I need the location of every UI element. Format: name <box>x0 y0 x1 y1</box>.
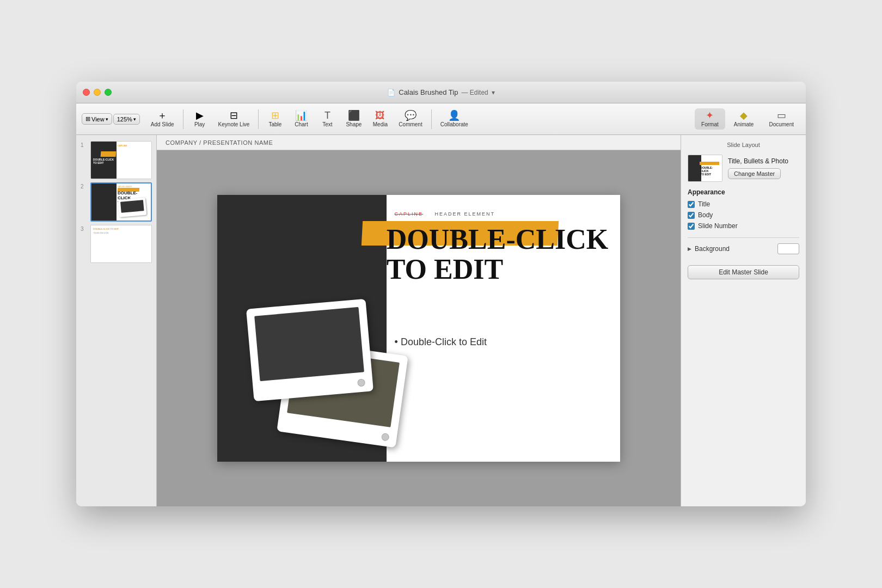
edit-master-button[interactable]: Edit Master Slide <box>688 265 799 279</box>
master-info: Title, Bullets & Photo Change Master <box>728 157 799 179</box>
zoom-value: 125% <box>117 116 132 122</box>
chart-icon: 📊 <box>295 111 307 120</box>
format-label: Format <box>701 121 719 127</box>
right-panel: Slide Layout DOUBLE-CLICKTO EDIT Title, … <box>681 135 806 506</box>
keynote-live-button[interactable]: ⊟ Keynote Live <box>214 108 254 130</box>
table-button[interactable]: ⊞ Table <box>263 108 287 130</box>
play-label: Play <box>194 121 205 127</box>
slide-item[interactable]: 1 DOUBLE-CLICKTO EDIT CAPLINE <box>76 139 156 181</box>
panel-section-title: Slide Layout <box>688 142 799 148</box>
add-slide-button[interactable]: ＋ Add Slide <box>146 108 179 130</box>
background-triangle-icon: ▶ <box>688 246 691 252</box>
master-preview: DOUBLE-CLICKTO EDIT Title, Bullets & Pho… <box>688 155 799 182</box>
slide-number-checkbox-label: Slide Number <box>698 222 738 230</box>
slide-title-line1: DOUBLE-CLICK <box>387 225 608 255</box>
chart-button[interactable]: 📊 Chart <box>289 108 313 130</box>
view-button[interactable]: ⊞ View ▾ <box>82 113 112 125</box>
comment-button[interactable]: 💬 Comment <box>394 108 426 130</box>
title-checkbox[interactable] <box>688 201 695 208</box>
slide-number: 1 <box>81 141 88 148</box>
breadcrumb: COMPANY / PRESENTATION NAME <box>157 135 681 150</box>
edited-label: — Edited <box>461 89 488 96</box>
animate-tab-button[interactable]: ◆ Animate <box>727 108 761 130</box>
slide-item[interactable]: 3 DOUBLE-CLICK TO EDIT • Double-Click to… <box>76 223 156 265</box>
add-slide-label: Add Slide <box>151 121 174 127</box>
fullscreen-button[interactable] <box>105 89 112 96</box>
master-thumbnail: DOUBLE-CLICKTO EDIT <box>688 155 722 182</box>
document-icon: ▭ <box>777 111 786 120</box>
table-icon: ⊞ <box>271 111 279 120</box>
collaborate-button[interactable]: 👤 Collaborate <box>436 108 473 130</box>
slide-header-element: HEADER ELEMENT <box>435 211 495 217</box>
view-chevron-icon: ▾ <box>106 117 108 122</box>
zoom-button[interactable]: 125% ▾ <box>113 114 140 125</box>
view-label: View <box>91 116 105 122</box>
master-name: Title, Bullets & Photo <box>728 157 799 165</box>
photo-inner-1 <box>254 307 364 381</box>
separator-3 <box>431 109 432 129</box>
shape-label: Shape <box>346 121 362 127</box>
play-icon: ▶ <box>196 111 204 120</box>
format-icon: ✦ <box>706 111 714 120</box>
breadcrumb-text: COMPANY / PRESENTATION NAME <box>166 139 273 146</box>
background-row: ▶ Background <box>688 243 799 254</box>
animate-icon: ◆ <box>740 111 748 120</box>
body-checkbox-label: Body <box>698 211 713 219</box>
slide-number-checkbox-item: Slide Number <box>688 222 799 230</box>
traffic-lights <box>83 89 112 96</box>
body-checkbox-item: Body <box>688 211 799 219</box>
plus-icon: ＋ <box>157 111 167 120</box>
text-button[interactable]: T Text <box>315 108 339 130</box>
slide-photo-frame-1 <box>246 299 373 402</box>
slide-thumbnail[interactable]: DOUBLE-CLICK TO EDIT • Double-Click to E… <box>90 225 152 263</box>
media-icon: 🖼 <box>375 111 385 120</box>
background-color-swatch[interactable] <box>777 243 799 254</box>
title-checkbox-label: Title <box>698 200 710 208</box>
keynote-live-label: Keynote Live <box>218 121 250 127</box>
collaborate-icon: 👤 <box>448 111 460 120</box>
slide-bullet-text[interactable]: • Double-Click to Edit <box>395 336 487 348</box>
collaborate-label: Collaborate <box>440 121 468 127</box>
title-bar: 📄 Calais Brushed Tip — Edited ▾ <box>76 82 806 103</box>
slide-title-line2: TO EDIT <box>387 255 608 285</box>
slide-bullet-content: Double-Click to Edit <box>401 336 487 347</box>
separator-1 <box>183 109 183 129</box>
animate-label: Animate <box>734 121 754 127</box>
close-button[interactable] <box>83 89 90 96</box>
keynote-live-icon: ⊟ <box>230 111 238 120</box>
minimize-button[interactable] <box>94 89 101 96</box>
table-label: Table <box>268 121 281 127</box>
slide-number: 3 <box>81 225 88 232</box>
keynote-window: 📄 Calais Brushed Tip — Edited ▾ ⊞ View ▾… <box>76 82 806 506</box>
view-icon: ⊞ <box>85 115 90 122</box>
format-tab-button[interactable]: ✦ Format <box>695 108 725 130</box>
document-label: Document <box>769 121 794 127</box>
slide-number: 2 <box>81 182 88 189</box>
document-icon: 📄 <box>387 89 395 96</box>
media-button[interactable]: 🖼 Media <box>368 108 392 130</box>
slide-canvas-wrapper: CAPLINE HEADER ELEMENT DOUBLE-CLICK TO E… <box>157 150 681 506</box>
photo-circle-2 <box>381 433 390 442</box>
text-label: Text <box>322 121 332 127</box>
main-area: 1 DOUBLE-CLICKTO EDIT CAPLINE 2 <box>76 135 806 506</box>
slide-item[interactable]: 2 DOUBLE-CLICKTO EDIT CAPLINE HEADER <box>76 181 156 223</box>
slide-capline-text: CAPLINE <box>395 211 424 217</box>
slide-canvas-area: COMPANY / PRESENTATION NAME CAPLINE HEAD… <box>157 135 681 506</box>
shape-button[interactable]: ⬛ Shape <box>341 108 366 130</box>
document-tab-button[interactable]: ▭ Document <box>762 108 800 130</box>
change-master-button[interactable]: Change Master <box>728 168 781 179</box>
edited-chevron[interactable]: ▾ <box>492 89 495 96</box>
slide-thumbnail[interactable]: DOUBLE-CLICKTO EDIT CAPLINE HEADER <box>90 182 152 222</box>
media-label: Media <box>373 121 388 127</box>
slide-number-checkbox[interactable] <box>688 223 695 230</box>
body-checkbox[interactable] <box>688 212 695 219</box>
window-title: 📄 Calais Brushed Tip — Edited ▾ <box>387 88 494 96</box>
slide-thumbnail[interactable]: DOUBLE-CLICKTO EDIT CAPLINE <box>90 141 152 179</box>
slide-main-title[interactable]: DOUBLE-CLICK TO EDIT <box>387 225 608 284</box>
comment-label: Comment <box>399 121 422 127</box>
play-button[interactable]: ▶ Play <box>188 108 212 130</box>
separator-2 <box>258 109 259 129</box>
slide-canvas[interactable]: CAPLINE HEADER ELEMENT DOUBLE-CLICK TO E… <box>217 195 620 462</box>
appearance-title: Appearance <box>688 188 799 196</box>
title-text: Calais Brushed Tip <box>399 88 458 96</box>
